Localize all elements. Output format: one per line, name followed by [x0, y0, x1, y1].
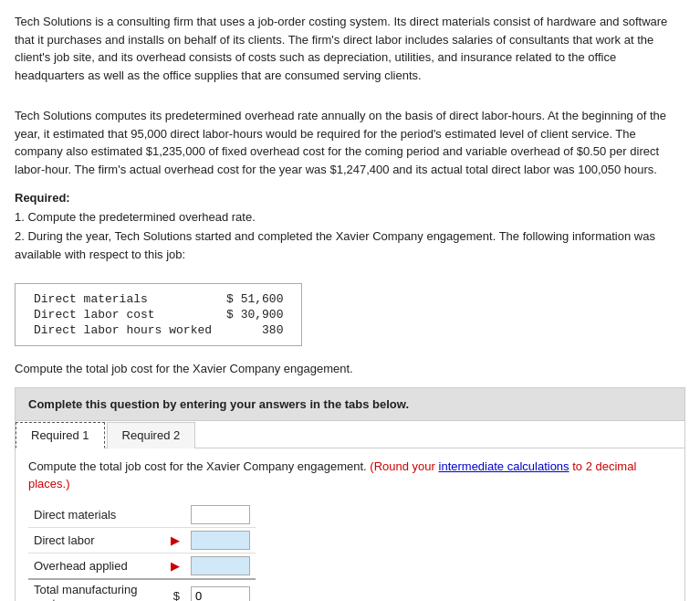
input-cell-total[interactable] — [185, 579, 256, 601]
cost-table: Direct materials Direct labor ▶ Overhead… — [28, 502, 256, 601]
job-data-value: 380 — [219, 322, 290, 338]
cost-label-direct-materials: Direct materials — [28, 502, 165, 528]
input-direct-materials[interactable] — [191, 505, 250, 524]
intro-paragraph-2: Tech Solutions computes its predetermine… — [15, 107, 685, 178]
complete-question-box: Complete this question by entering your … — [15, 387, 685, 421]
flag-direct-materials — [165, 502, 185, 528]
input-cell-overhead-applied[interactable] — [185, 553, 256, 579]
cost-label-total: Total manufacturing cost — [28, 579, 165, 601]
total-dollar-sign: $ — [165, 579, 185, 601]
tab-required-1[interactable]: Required 1 — [16, 422, 105, 448]
job-data-label: Direct labor hours worked — [26, 322, 219, 338]
tab-1-content: Compute the total job cost for the Xavie… — [16, 448, 684, 601]
tabs-area: Required 1 Required 2 Compute the total … — [15, 421, 685, 601]
job-data-label: Direct materials — [26, 291, 219, 307]
input-overhead-applied[interactable] — [191, 556, 250, 575]
job-data-value: $ 51,600 — [219, 291, 290, 307]
table-row: Direct labor cost $ 30,900 — [26, 307, 290, 322]
input-total[interactable] — [191, 586, 250, 601]
input-cell-direct-labor[interactable] — [185, 527, 256, 553]
job-data-table: Direct materials $ 51,600 Direct labor c… — [15, 283, 302, 346]
cost-row-direct-labor: Direct labor ▶ — [28, 527, 256, 553]
round-note-round: Round your — [374, 459, 439, 473]
required-item-2: 2. During the year, Tech Solutions start… — [15, 227, 685, 266]
flag-direct-labor: ▶ — [165, 527, 185, 553]
cost-label-overhead-applied: Overhead applied — [28, 553, 165, 579]
tab-required-2-label: Required 2 — [122, 428, 181, 442]
instruction-main: Compute the total job cost for the Xavie… — [28, 459, 367, 473]
flag-overhead-applied: ▶ — [165, 553, 185, 579]
compute-text: Compute the total job cost for the Xavie… — [15, 360, 685, 378]
required-item-1: 1. Compute the predetermined overhead ra… — [15, 208, 685, 227]
cost-row-total: Total manufacturing cost $ — [28, 579, 256, 601]
cost-row-overhead-applied: Overhead applied ▶ — [28, 553, 256, 579]
job-data-label: Direct labor cost — [26, 307, 219, 322]
cost-label-direct-labor: Direct labor — [28, 527, 165, 553]
table-row: Direct materials $ 51,600 — [26, 291, 290, 307]
cost-row-direct-materials: Direct materials — [28, 502, 256, 528]
complete-question-text: Complete this question by entering your … — [28, 397, 672, 411]
tab-instruction: Compute the total job cost for the Xavie… — [28, 458, 672, 493]
required-label: Required: — [15, 191, 70, 205]
tabs-header: Required 1 Required 2 — [16, 421, 684, 448]
job-data-value: $ 30,900 — [219, 307, 290, 322]
required-section: Required: 1. Compute the predetermined o… — [15, 189, 685, 265]
tab-required-2[interactable]: Required 2 — [107, 422, 196, 448]
input-direct-labor[interactable] — [191, 531, 250, 550]
round-note-emphasis: intermediate calculations — [439, 459, 569, 473]
input-cell-direct-materials[interactable] — [185, 502, 256, 528]
intro-paragraph-1: Tech Solutions is a consulting firm that… — [15, 13, 685, 84]
tab-required-1-label: Required 1 — [31, 428, 89, 442]
table-row: Direct labor hours worked 380 — [26, 322, 290, 338]
